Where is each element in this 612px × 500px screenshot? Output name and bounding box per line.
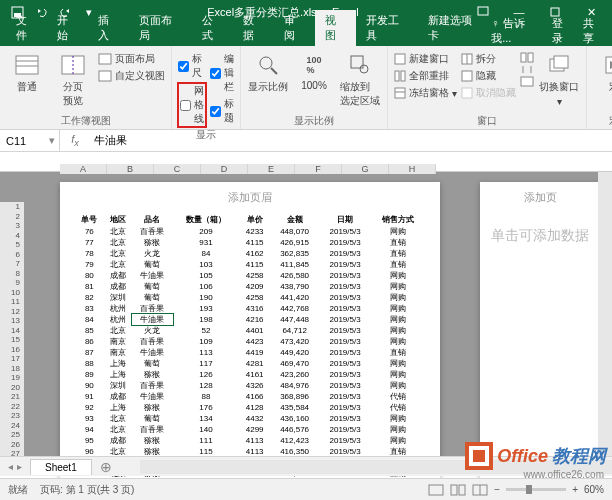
table-row[interactable]: 81成都葡萄1064209438,7902019/5/3网购 (75, 281, 425, 292)
table-row[interactable]: 76北京百香果2094233448,0702019/5/3网购 (75, 226, 425, 237)
table-row[interactable]: 91成都牛油果884166368,8962019/5/3代销 (75, 391, 425, 402)
chk-gridlines[interactable]: 网格线 (178, 83, 206, 127)
new-window-button[interactable]: 新建窗口 (394, 52, 457, 66)
svg-rect-18 (395, 88, 405, 98)
page-preview-1[interactable]: 添加页眉 单号地区品名数量（箱）单价金额日期销售方式76北京百香果2094233… (60, 182, 440, 482)
view-normal-button[interactable]: 普通 (6, 50, 48, 94)
table-row[interactable]: 80成都牛油果1054258426,5802019/5/3网购 (75, 270, 425, 281)
view-layout-icon[interactable] (450, 484, 466, 496)
unhide-button[interactable]: 取消隐藏 (461, 86, 516, 100)
vertical-scrollbar[interactable] (598, 172, 612, 476)
formula-input[interactable]: 牛油果 (90, 133, 612, 148)
svg-rect-23 (462, 88, 472, 98)
group-window-label: 窗口 (394, 113, 580, 128)
tab-developer[interactable]: 开发工具 (356, 10, 418, 46)
table-row[interactable]: 86南京百香果1094423473,4202019/5/3网购 (75, 336, 425, 347)
hide-button[interactable]: 隐藏 (461, 69, 516, 83)
page-header-placeholder[interactable]: 添加页眉 (60, 182, 440, 213)
chk-headings[interactable]: 标题 (210, 97, 234, 125)
arrange-all-button[interactable]: 全部重排 (394, 69, 457, 83)
table-row[interactable]: 87南京牛油果1134419449,4202019/5/3直销 (75, 347, 425, 358)
table-row[interactable]: 93北京葡萄1344432436,1602019/5/3网购 (75, 413, 425, 424)
sheet-tab-sheet1[interactable]: Sheet1 (30, 459, 92, 475)
tab-view[interactable]: 视图 (315, 10, 356, 46)
table-row[interactable]: 84杭州牛油果1984216447,4482019/5/3网购 (75, 314, 425, 325)
table-row[interactable]: 79北京葡萄1034115411,8452019/5/3直销 (75, 259, 425, 270)
add-sheet-icon[interactable]: ⊕ (92, 459, 120, 475)
table-row[interactable]: 90深圳百香果1284326484,9762019/5/3网购 (75, 380, 425, 391)
table-row[interactable]: 88上海葡萄1174281469,4702019/5/3网购 (75, 358, 425, 369)
view-pagebreak-button[interactable]: 分页 预览 (52, 50, 94, 108)
svg-point-14 (360, 65, 368, 73)
tab-layout[interactable]: 页面布局 (129, 10, 191, 46)
tab-newtab[interactable]: 新建选项卡 (418, 10, 491, 46)
tab-home[interactable]: 开始 (47, 10, 88, 46)
signin[interactable]: 登录 (552, 16, 573, 46)
svg-rect-31 (451, 485, 457, 495)
tab-formula[interactable]: 公式 (192, 10, 233, 46)
table-row[interactable]: 78北京火龙844162362,8352019/5/3直销 (75, 248, 425, 259)
sheet-nav-next-icon[interactable]: ▸ (17, 461, 22, 472)
watermark: Office教程网 www.office26.com (465, 442, 606, 470)
tab-data[interactable]: 数据 (233, 10, 274, 46)
table-row[interactable]: 89上海猕猴1264161423,2602019/5/3网购 (75, 369, 425, 380)
view-custom-button[interactable]: 自定义视图 (98, 69, 165, 83)
chk-formula-bar[interactable]: 编辑栏 (210, 52, 234, 94)
group-macros-label: 宏 (593, 113, 612, 128)
zoom-out-icon[interactable]: − (494, 484, 500, 495)
office-logo-icon (465, 442, 493, 470)
svg-rect-28 (554, 56, 568, 68)
zoom-in-icon[interactable]: + (572, 484, 578, 495)
svg-rect-4 (16, 56, 38, 74)
status-ready: 就绪 (8, 483, 28, 497)
add-data-placeholder[interactable]: 单击可添加数据 (491, 213, 589, 245)
svg-rect-16 (395, 71, 399, 81)
fx-icon[interactable]: fx (60, 133, 90, 148)
svg-rect-22 (462, 71, 472, 81)
svg-rect-15 (395, 54, 405, 64)
group-zoom-label: 显示比例 (247, 113, 381, 128)
svg-rect-26 (521, 77, 533, 86)
view-break-icon[interactable] (472, 484, 488, 496)
svg-rect-3 (551, 8, 559, 16)
tab-insert[interactable]: 插入 (88, 10, 129, 46)
table-row[interactable]: 94北京百香果1404299446,5762019/5/3网购 (75, 424, 425, 435)
zoom-button[interactable]: 显示比例 (247, 50, 289, 94)
name-box[interactable]: C11▾ (0, 130, 60, 151)
side-by-side-icon[interactable] (520, 52, 534, 63)
tab-file[interactable]: 文件 (6, 10, 47, 46)
table-row[interactable]: 92上海猕猴1764128435,5842019/5/3代销 (75, 402, 425, 413)
table-row[interactable]: 82深圳葡萄1904258441,4202019/5/3网购 (75, 292, 425, 303)
switch-window-button[interactable]: 切换窗口 ▾ (538, 50, 580, 107)
chk-ruler[interactable]: 标尺 (178, 52, 206, 80)
freeze-panes-button[interactable]: 冻结窗格 ▾ (394, 86, 457, 100)
table-row[interactable]: 95成都猕猴1114113412,4232019/5/3网购 (75, 435, 425, 446)
ribbon-tabs: 文件 开始 插入 页面布局 公式 数据 审阅 视图 开发工具 新建选项卡 ♀ 告… (0, 24, 612, 46)
page-preview-2[interactable]: 添加页 单击可添加数据 (480, 182, 600, 482)
column-headers[interactable]: ABCDEFGH (60, 164, 436, 174)
sheet-nav-prev-icon[interactable]: ◂ (8, 461, 13, 472)
split-button[interactable]: 拆分 (461, 52, 516, 66)
table-row[interactable]: 85北京火龙52440164,7122019/5/3网购 (75, 325, 425, 336)
view-normal-icon[interactable] (428, 484, 444, 496)
zoom-level[interactable]: 60% (584, 484, 604, 495)
zoom-slider[interactable] (506, 488, 566, 491)
sheet-area: ABCDEFGH 1234567891011121314151617181920… (0, 152, 612, 476)
view-pagelayout-button[interactable]: 页面布局 (98, 52, 165, 66)
row-headers[interactable]: 1234567891011121314151617181920212223242… (0, 202, 24, 468)
macros-button[interactable]: 宏 ▾ (593, 50, 612, 107)
reset-pos-icon[interactable] (520, 76, 534, 87)
svg-rect-9 (99, 54, 111, 64)
svg-point-11 (260, 57, 272, 69)
tab-review[interactable]: 审阅 (274, 10, 315, 46)
status-page: 页码: 第 1 页(共 3 页) (40, 483, 134, 497)
table-row[interactable]: 83杭州百香果1934316442,7682019/5/3网购 (75, 303, 425, 314)
data-table[interactable]: 单号地区品名数量（箱）单价金额日期销售方式76北京百香果2094233448,0… (75, 213, 425, 490)
tell-me[interactable]: ♀ 告诉我... (491, 16, 542, 46)
zoom-selection-button[interactable]: 缩放到 选定区域 (339, 50, 381, 108)
svg-rect-25 (528, 53, 533, 62)
zoom-100-button[interactable]: 100%100% (293, 50, 335, 91)
share[interactable]: 共享 (583, 16, 604, 46)
sync-scroll-icon[interactable] (520, 64, 534, 75)
table-row[interactable]: 77北京猕猴9314115426,9152019/5/3直销 (75, 237, 425, 248)
